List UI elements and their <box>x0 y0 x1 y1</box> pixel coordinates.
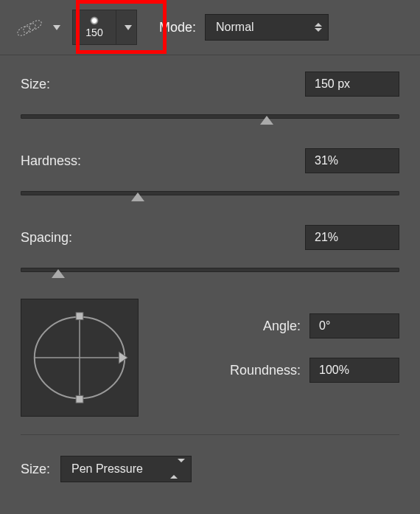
roundness-label: Roundness: <box>153 363 301 378</box>
svg-marker-8 <box>119 352 127 364</box>
brush-angle-widget[interactable] <box>21 299 139 417</box>
healing-brush-icon <box>12 14 47 41</box>
chevron-down-icon <box>125 25 132 30</box>
updown-icon <box>315 23 322 32</box>
chevron-down-icon <box>53 25 60 30</box>
hardness-group: Hardness: 31% <box>0 132 420 204</box>
slider-track <box>21 268 399 272</box>
dynamics-size-label: Size: <box>21 462 50 477</box>
slider-track <box>21 191 399 195</box>
size-input[interactable]: 150 px <box>305 72 399 97</box>
brush-preset-picker[interactable]: 150 <box>72 10 137 45</box>
updown-icon <box>170 462 185 476</box>
tool-preset-button[interactable] <box>12 14 60 41</box>
svg-rect-6 <box>76 313 83 320</box>
dynamics-size-value: Pen Pressure <box>71 462 143 476</box>
size-label: Size: <box>21 77 50 92</box>
spacing-slider[interactable] <box>21 260 399 281</box>
brush-dot-icon <box>90 16 99 25</box>
size-group: Size: 150 px <box>0 55 420 128</box>
brush-preview: 150 <box>73 10 116 44</box>
slider-thumb[interactable] <box>131 192 144 203</box>
brush-preset-value: 150 <box>85 27 102 38</box>
dynamics-size-select[interactable]: Pen Pressure <box>60 456 192 482</box>
mode-value: Normal <box>216 21 254 34</box>
spacing-group: Spacing: 21% <box>0 209 420 281</box>
dynamics-row: Size: Pen Pressure <box>0 435 420 503</box>
spacing-label: Spacing: <box>21 230 72 246</box>
slider-track <box>21 114 399 119</box>
hardness-slider[interactable] <box>21 184 399 204</box>
hardness-label: Hardness: <box>21 153 81 169</box>
slider-thumb[interactable] <box>52 269 65 279</box>
svg-point-0 <box>16 24 32 38</box>
hardness-input[interactable]: 31% <box>305 148 399 173</box>
angle-input[interactable]: 0° <box>309 313 399 338</box>
spacing-input[interactable]: 21% <box>305 225 399 250</box>
mode-select[interactable]: Normal <box>205 14 329 41</box>
mode-label: Mode: <box>159 20 196 35</box>
brush-preset-dropdown[interactable] <box>116 10 136 44</box>
angle-label: Angle: <box>153 319 301 334</box>
slider-thumb[interactable] <box>260 116 273 126</box>
size-slider[interactable] <box>21 107 399 128</box>
options-toolbar: 150 Mode: Normal <box>0 0 420 55</box>
svg-rect-7 <box>76 395 83 403</box>
roundness-input[interactable]: 100% <box>309 358 399 383</box>
